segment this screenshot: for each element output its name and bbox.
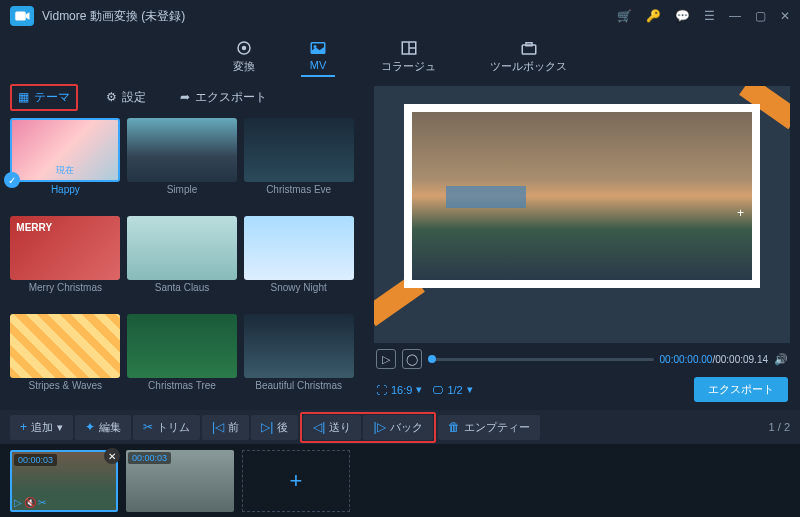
export-icon: ➦ [180,90,190,104]
export-button[interactable]: エクスポート [694,377,788,402]
tab-mv[interactable]: MV [301,35,335,77]
page-indicator: 1 / 2 [769,421,790,433]
front-button[interactable]: |◁前 [202,415,249,440]
play-button[interactable]: ▷ [376,349,396,369]
remove-clip-icon[interactable]: ✕ [104,448,120,464]
theme-simple[interactable]: Simple [127,118,238,210]
subtab-settings[interactable]: ⚙ 設定 [100,86,152,109]
chevron-down-icon: ▾ [467,383,473,396]
theme-santa-claus[interactable]: Santa Claus [127,216,238,308]
aspect-ratio-selector[interactable]: ⛶ 16:9 ▾ [376,383,422,396]
send-prev-icon: ◁| [313,420,325,434]
trim-button[interactable]: ✂トリム [133,415,200,440]
cut-icon[interactable]: ✂ [38,497,46,508]
theme-christmas-tree[interactable]: Christmas Tree [127,314,238,406]
page-selector[interactable]: 🖵 1/2 ▾ [432,383,472,396]
theme-beautiful-christmas[interactable]: Beautiful Christmas [243,314,354,406]
svg-point-2 [242,45,247,50]
feedback-icon[interactable]: 💬 [675,9,690,23]
wand-icon: ✦ [85,420,95,434]
app-title: Vidmore 動画変換 (未登録) [42,8,617,25]
edit-button[interactable]: ✦編集 [75,415,131,440]
aspect-icon: ⛶ [376,384,387,396]
toolbox-icon [520,39,538,57]
mute-icon[interactable]: 🔇 [24,497,36,508]
minimize-icon[interactable]: — [729,9,741,23]
add-clip-button[interactable]: + [242,450,350,512]
send-next-icon: |▷ [373,420,385,434]
tab-toolbox[interactable]: ツールボックス [482,35,575,78]
chevron-down-icon: ▾ [57,421,63,434]
gear-icon: ⚙ [106,90,117,104]
add-button[interactable]: +追加 ▾ [10,415,73,440]
theme-happy[interactable]: 現在 ✓ Happy [10,118,121,210]
menu-icon[interactable]: ☰ [704,9,715,23]
chevron-down-icon: ▾ [416,383,422,396]
plus-icon: + [290,468,303,494]
progress-bar[interactable] [428,358,654,361]
tab-convert[interactable]: 変換 [225,35,263,78]
scissors-icon: ✂ [143,420,153,434]
trash-icon: 🗑 [448,420,460,434]
back-button[interactable]: ▷|後 [251,415,298,440]
stop-button[interactable]: ◯ [402,349,422,369]
svg-rect-0 [15,12,26,21]
subtab-export[interactable]: ➦ エクスポート [174,86,273,109]
mv-icon [309,39,327,57]
subtab-theme[interactable]: ▦ テーマ [10,84,78,111]
plus-icon: + [20,420,27,434]
skip-back-icon: ▷| [261,420,273,434]
close-icon[interactable]: ✕ [780,9,790,23]
video-preview[interactable]: + [374,86,790,343]
display-icon: 🖵 [432,384,443,396]
play-icon[interactable]: ▷ [14,497,22,508]
theme-merry-christmas[interactable]: MERRY Merry Christmas [10,216,121,308]
back2-button[interactable]: |▷バック [363,415,432,440]
maximize-icon[interactable]: ▢ [755,9,766,23]
send-button[interactable]: ◁|送り [303,415,361,440]
cart-icon[interactable]: 🛒 [617,9,632,23]
timeline-clip[interactable]: 00:00:03 [126,450,234,512]
preview-overlay [446,186,526,208]
theme-christmas-eve[interactable]: Christmas Eve [243,118,354,210]
key-icon[interactable]: 🔑 [646,9,661,23]
convert-icon [235,39,253,57]
check-icon: ✓ [4,172,20,188]
theme-stripes-waves[interactable]: Stripes & Waves [10,314,121,406]
skip-front-icon: |◁ [212,420,224,434]
theme-snowy-night[interactable]: Snowy Night [243,216,354,308]
grid-icon: ▦ [18,90,29,104]
timeline-clip[interactable]: 00:00:03 ✕ ▷ 🔇 ✂ [10,450,118,512]
empty-button[interactable]: 🗑エンプティー [438,415,540,440]
volume-icon[interactable]: 🔊 [774,353,788,366]
collage-icon [400,39,418,57]
add-marker-icon[interactable]: + [737,206,744,220]
tab-collage[interactable]: コラージュ [373,35,444,78]
time-display: 00:00:00.00/00:00:09.14 [660,354,768,365]
app-logo [10,6,34,26]
